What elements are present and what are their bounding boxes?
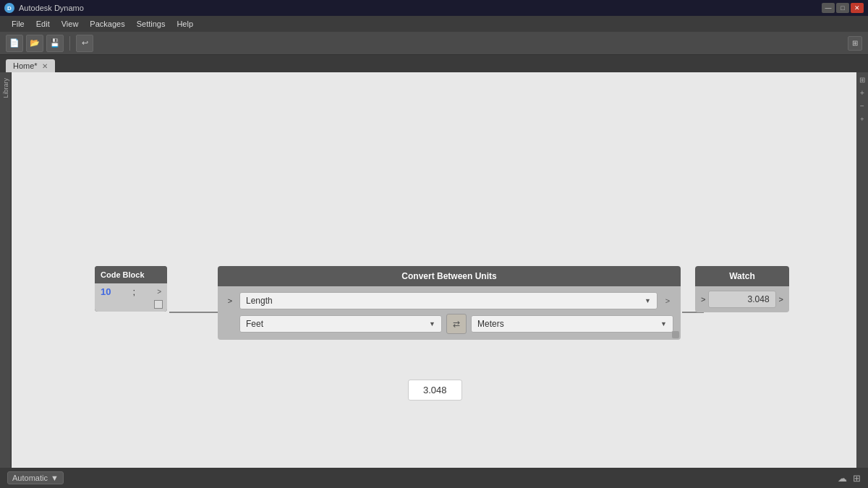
undo-button[interactable]: ↩ — [76, 35, 93, 52]
menu-packages[interactable]: Packages — [84, 18, 130, 30]
menu-settings[interactable]: Settings — [131, 18, 171, 30]
convert-output-port[interactable]: > — [662, 296, 673, 305]
title-bar: D Autodesk Dynamo — □ ✕ — [0, 0, 868, 16]
tab-home[interactable]: Home* ✕ — [6, 59, 55, 72]
convert-node-body: > Length ▼ > Feet ▼ — [218, 286, 681, 340]
menu-bar: File Edit View Packages Settings Help — [0, 16, 868, 32]
code-block-wrapper: Code Block 10 ; > — [95, 266, 167, 312]
convert-node-header: Convert Between Units — [218, 266, 681, 286]
title-bar-left: D Autodesk Dynamo — [4, 3, 84, 13]
menu-edit[interactable]: Edit — [30, 18, 56, 30]
swap-units-button[interactable]: ⇄ — [446, 314, 467, 334]
close-button[interactable]: ✕ — [851, 3, 864, 13]
app-logo: D — [4, 3, 14, 13]
watch-node: Watch > 3.048 > — [695, 266, 789, 312]
zoom-reset-button[interactable]: + — [860, 114, 864, 124]
zoom-fit-button[interactable]: ⊞ — [859, 75, 865, 85]
result-bubble: 3.048 — [408, 380, 462, 401]
code-block-header: Code Block — [95, 266, 167, 283]
to-unit-arrow: ▼ — [660, 320, 667, 328]
length-dropdown-value: Length — [246, 296, 273, 306]
minimize-button[interactable]: — — [822, 3, 835, 13]
to-unit-dropdown[interactable]: Meters ▼ — [471, 315, 673, 333]
toolbar: 📄 📂 💾 ↩ ⊞ — [0, 32, 868, 55]
from-unit-dropdown[interactable]: Feet ▼ — [239, 315, 442, 333]
tab-home-label: Home* — [13, 61, 38, 70]
save-button[interactable]: 💾 — [46, 35, 64, 52]
result-value: 3.048 — [423, 385, 447, 395]
convert-input-port[interactable]: > — [225, 296, 235, 305]
zoom-panel: ⊞ + − + — [856, 72, 868, 468]
menu-file[interactable]: File — [6, 18, 30, 30]
3d-view-button[interactable]: ⊞ — [848, 36, 862, 51]
execution-mode-arrow: ▼ — [51, 474, 59, 482]
bottom-bar: Automatic ▼ ☁ ⊞ — [0, 468, 868, 488]
tab-close-icon[interactable]: ✕ — [42, 62, 48, 70]
title-bar-controls: — □ ✕ — [822, 3, 864, 13]
convert-units-row: Feet ▼ ⇄ Meters ▼ — [225, 314, 673, 334]
convert-node: Convert Between Units > Length ▼ > — [218, 266, 681, 340]
watch-output-port[interactable]: > — [779, 295, 783, 304]
toolbar-separator — [69, 36, 70, 51]
resize-handle[interactable] — [672, 331, 679, 338]
watch-input-port[interactable]: > — [701, 295, 705, 304]
checkbox-area — [95, 299, 167, 312]
watch-node-body: > 3.048 > — [695, 286, 789, 312]
open-button[interactable]: 📂 — [26, 35, 43, 52]
execution-mode-label: Automatic — [12, 474, 48, 482]
app-title: Autodesk Dynamo — [19, 4, 84, 12]
watch-node-header: Watch — [695, 266, 789, 286]
watch-node-title: Watch — [729, 271, 755, 281]
to-unit-value: Meters — [477, 319, 504, 329]
canvas[interactable]: Code Block 10 ; > Convert Between Uni — [12, 72, 868, 468]
code-block-title: Code Block — [101, 270, 145, 279]
tab-bar: Home* ✕ — [0, 55, 868, 72]
new-file-button[interactable]: 📄 — [6, 35, 23, 52]
bottom-right-icons: ☁ ⊞ — [838, 473, 861, 484]
library-label[interactable]: Library — [2, 78, 9, 98]
code-block-node: Code Block 10 ; > — [95, 266, 167, 312]
toolbar-right: ⊞ — [848, 36, 862, 51]
code-value[interactable]: 10 — [101, 286, 111, 297]
length-dropdown-arrow: ▼ — [644, 297, 651, 304]
code-line: 10 ; > — [101, 286, 161, 297]
logo-char: D — [7, 5, 12, 12]
swap-icon: ⇄ — [453, 319, 460, 329]
menu-help[interactable]: Help — [171, 18, 199, 30]
convert-node-title: Convert Between Units — [401, 271, 496, 281]
zoom-out-button[interactable]: − — [860, 101, 864, 111]
zoom-in-button[interactable]: + — [860, 88, 864, 98]
left-sidebar: Library — [0, 72, 12, 468]
cloud-icon[interactable]: ☁ — [838, 473, 847, 484]
code-block-body: 10 ; > — [95, 283, 167, 299]
from-unit-value: Feet — [246, 319, 263, 329]
app-body: Library Code Block 10 ; > — [0, 72, 868, 468]
from-unit-arrow: ▼ — [429, 320, 435, 328]
length-dropdown[interactable]: Length ▼ — [239, 292, 658, 309]
code-semicolon: ; — [133, 286, 136, 297]
execution-mode-dropdown[interactable]: Automatic ▼ — [7, 471, 64, 484]
grid-icon[interactable]: ⊞ — [853, 473, 861, 484]
watch-value: 3.048 — [748, 294, 770, 304]
maximize-button[interactable]: □ — [836, 3, 849, 13]
watch-value-display: 3.048 — [708, 291, 775, 308]
convert-length-row: > Length ▼ > — [225, 292, 673, 309]
menu-view[interactable]: View — [56, 18, 85, 30]
code-output-port[interactable]: > — [157, 288, 161, 296]
code-block-checkbox[interactable] — [154, 300, 163, 309]
